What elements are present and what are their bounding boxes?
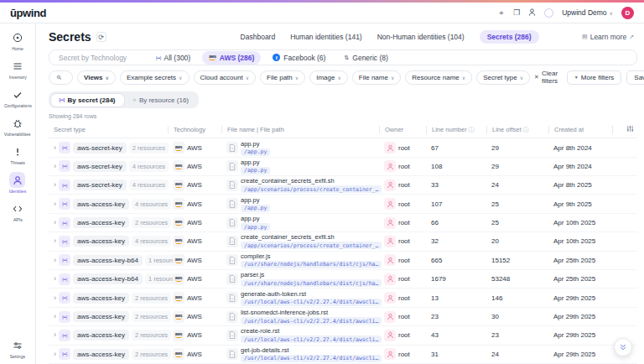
sidebar-item-home[interactable]: Home	[10, 29, 26, 51]
save-view-button[interactable]: Save view	[626, 70, 644, 85]
file-path-badge[interactable]: /usr/share/nodejs/handlebars/dist/cjs/ha…	[241, 279, 382, 287]
file-path-badge[interactable]: /app.py	[241, 148, 270, 156]
scroll-to-bottom-button[interactable]	[614, 338, 632, 356]
table-row[interactable]: ›[•••]aws-access-key2 resourcesawsAWSapp…	[49, 214, 637, 232]
add-icon[interactable]: ＋	[497, 9, 505, 17]
panel-toggle-icon[interactable]: ❐	[513, 9, 520, 17]
col-technology[interactable]: Technology	[174, 126, 205, 133]
column-settings-icon[interactable]	[626, 125, 634, 134]
table-row[interactable]: ›[•••]aws-access-key2 resourcesawsAWSgen…	[49, 289, 637, 307]
file-path-badge[interactable]: /usr/local/aws-cli/v2/2.27.4/dist/awscli…	[241, 317, 382, 325]
file-path-badge[interactable]: /app/scenarios/process/create_container_…	[241, 185, 382, 193]
file-path-badge[interactable]: /usr/local/aws-cli/v2/2.27.4/dist/awscli…	[241, 355, 382, 362]
tech-filter-generic[interactable]: ⇅Generic (8)	[337, 51, 394, 65]
created-at-value: Apr 10th 2025	[548, 219, 612, 226]
owner-name: root	[398, 200, 410, 208]
table-row[interactable]: ›[•••]aws-secret-key4 resourcesawsAWSapp…	[49, 158, 637, 176]
filter-dropdown-example-secrets[interactable]: Example secrets∨	[120, 70, 190, 85]
row-expand-chevron[interactable]: ›	[54, 294, 56, 302]
technology-search-input[interactable]	[59, 54, 149, 62]
col-line-number[interactable]: Line number	[432, 126, 467, 133]
table-row[interactable]: ›[•••]aws-access-key2 resourcesawsAWSlis…	[49, 308, 637, 326]
table-row[interactable]: ›[•••]aws-access-key2 resourcesawsAWSget…	[49, 346, 637, 364]
row-expand-chevron[interactable]: ›	[54, 181, 56, 189]
sidebar-item-configurations[interactable]: Configurations	[2, 86, 34, 108]
tab-non-human[interactable]: Non-Human identities (104)	[377, 33, 465, 41]
file-path-badge[interactable]: /app/scenarios/process/create_container_…	[241, 242, 382, 249]
col-file-name-path[interactable]: File name | File path	[227, 126, 284, 133]
secret-type-badge[interactable]: aws-access-key	[73, 217, 129, 228]
toggle-by-resource[interactable]: ◇By resource (16)	[125, 93, 198, 107]
filter-dropdown-file-path[interactable]: File path∨	[260, 70, 305, 85]
file-path-badge[interactable]: /usr/local/aws-cli/v2/2.27.4/dist/awscli…	[241, 335, 382, 343]
secret-type-badge[interactable]: aws-secret-key	[73, 143, 127, 153]
row-expand-chevron[interactable]: ›	[54, 351, 56, 358]
filter-dropdown-secret-type[interactable]: Secret type∨	[476, 70, 530, 85]
table-row[interactable]: ›[•••]aws-access-key-b641 resourceawsAWS…	[49, 252, 637, 270]
top-navigation-bar: ūpwind ＋ ❐ Upwind Demo ∨ D	[0, 3, 644, 23]
filter-dropdown-image[interactable]: Image∨	[309, 70, 348, 85]
table-row[interactable]: ›[•••]aws-secret-key2 resourcesawsAWSapp…	[49, 138, 637, 157]
row-expand-chevron[interactable]: ›	[54, 313, 56, 320]
secret-type-badge[interactable]: aws-access-key	[73, 349, 129, 360]
secret-type-badge[interactable]: aws-access-key-b64	[73, 255, 143, 266]
tab-dashboard[interactable]: Dashboard	[241, 33, 276, 41]
secret-type-badge[interactable]: aws-secret-key	[73, 179, 127, 190]
tech-filter-aws[interactable]: awsAWS (286)	[202, 51, 261, 65]
table-row[interactable]: ›[•••]aws-access-key2 resourcesawsAWScre…	[49, 326, 637, 345]
sidebar-item-threats[interactable]: Threats	[9, 143, 26, 165]
file-path-badge[interactable]: /app.py	[241, 223, 270, 231]
table-row[interactable]: ›[•••]aws-access-key4 resourcesawsAWScre…	[49, 232, 637, 251]
tech-filter-facebook[interactable]: fFacebook (6)	[266, 51, 332, 65]
clear-filters-button[interactable]: ✕ Clear filters	[534, 70, 562, 85]
col-created-at[interactable]: Created at	[554, 126, 584, 133]
resource-count-badge: 4 resources	[129, 179, 169, 190]
sidebar-item-vulnerabilities[interactable]: Vulnerabilities	[2, 115, 33, 137]
views-dropdown[interactable]: Views ∨	[77, 70, 116, 85]
row-expand-chevron[interactable]: ›	[54, 275, 56, 283]
sidebar-item-identities[interactable]: Identities	[8, 172, 28, 194]
table-row[interactable]: ›[•••]aws-access-key4 resourcesawsAWSapp…	[49, 195, 637, 213]
avatar[interactable]: D	[621, 7, 634, 19]
account-menu[interactable]: Upwind Demo ∨	[562, 8, 613, 17]
line-offset-value: 24	[486, 351, 548, 358]
table-row[interactable]: ›[•••]aws-secret-key4 resourcesawsAWScre…	[49, 176, 637, 195]
row-expand-chevron[interactable]: ›	[54, 219, 56, 226]
col-line-offset[interactable]: Line offset	[492, 126, 521, 133]
row-expand-chevron[interactable]: ›	[54, 331, 56, 339]
sidebar-item-apis[interactable]: APIs	[10, 200, 26, 222]
secret-type-badge[interactable]: aws-secret-key	[73, 161, 127, 172]
line-number-value: 108	[426, 163, 486, 170]
filter-dropdown-resource-name[interactable]: Resource name∨	[405, 70, 472, 85]
sidebar-item-inventory[interactable]: Inventory	[8, 58, 29, 80]
more-filters-button[interactable]: ▼ More filters	[567, 70, 622, 85]
tech-filter-secret[interactable]: [•••]All (300)	[149, 51, 197, 65]
col-owner[interactable]: Owner	[385, 126, 403, 133]
tab-secrets[interactable]: Secrets (286)	[480, 30, 539, 44]
toggle-by-secret[interactable]: [•••]By secret (284)	[50, 93, 125, 107]
row-expand-chevron[interactable]: ›	[54, 163, 56, 170]
refresh-icon[interactable]: ⟳	[96, 32, 106, 42]
secret-type-badge[interactable]: aws-access-key	[73, 236, 129, 247]
file-path-badge[interactable]: /usr/share/nodejs/handlebars/dist/cjs/ha…	[241, 261, 382, 268]
filter-dropdown-file-name[interactable]: File name∨	[352, 70, 402, 85]
tab-human[interactable]: Human identities (141)	[290, 33, 362, 41]
row-expand-chevron[interactable]: ›	[54, 200, 56, 208]
file-path-badge[interactable]: /app.py	[241, 167, 270, 174]
filter-dropdown-cloud-account[interactable]: Cloud account∨	[194, 70, 257, 85]
secret-type-badge[interactable]: aws-access-key	[73, 311, 129, 322]
secret-type-badge[interactable]: aws-access-key	[73, 293, 129, 304]
user-silhouette-icon[interactable]	[528, 8, 536, 18]
secret-type-badge[interactable]: aws-access-key	[73, 330, 129, 341]
row-expand-chevron[interactable]: ›	[54, 144, 56, 152]
row-expand-chevron[interactable]: ›	[54, 237, 56, 245]
row-expand-chevron[interactable]: ›	[54, 257, 56, 264]
secret-type-badge[interactable]: aws-access-key-b64	[73, 273, 143, 284]
sidebar-item-settings[interactable]: Settings	[8, 337, 27, 359]
file-path-badge[interactable]: /app.py	[241, 205, 270, 212]
table-row[interactable]: ›[•••]aws-access-key-b641 resourceawsAWS…	[49, 270, 637, 289]
col-secret-type[interactable]: Secret type	[54, 126, 86, 133]
file-path-badge[interactable]: /usr/local/aws-cli/v2/2.27.4/dist/awscli…	[241, 299, 382, 306]
learn-more-link[interactable]: ▤ Learn more ↗	[582, 33, 634, 41]
secret-type-badge[interactable]: aws-access-key	[73, 199, 129, 210]
